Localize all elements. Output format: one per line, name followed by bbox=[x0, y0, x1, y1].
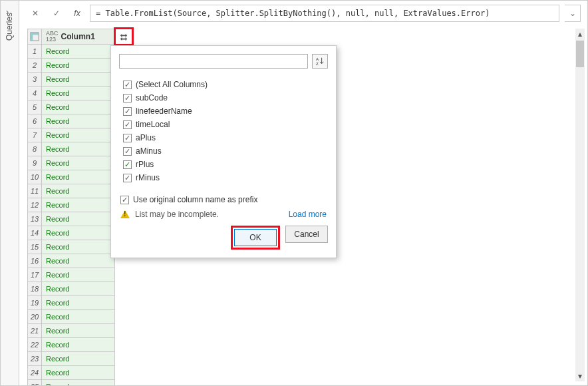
cell-value[interactable]: Record bbox=[42, 366, 115, 380]
cell-value[interactable]: Record bbox=[42, 282, 115, 296]
column-checkbox-row[interactable]: timeLocal bbox=[123, 118, 324, 131]
table-corner-icon[interactable] bbox=[27, 29, 42, 45]
cell-value[interactable]: Record bbox=[42, 59, 115, 73]
column-checkbox[interactable] bbox=[123, 147, 132, 156]
cell-value[interactable]: Record bbox=[42, 100, 115, 114]
cell-value[interactable]: Record bbox=[42, 156, 115, 170]
load-more-link[interactable]: Load more bbox=[289, 210, 327, 219]
cell-value[interactable]: Record bbox=[42, 296, 115, 310]
row-number[interactable]: 9 bbox=[27, 156, 42, 170]
scroll-thumb[interactable] bbox=[576, 41, 584, 67]
table-row[interactable]: 19Record bbox=[27, 296, 574, 310]
search-columns-input[interactable] bbox=[119, 54, 308, 69]
fx-label[interactable]: fx bbox=[70, 5, 84, 22]
row-number[interactable]: 2 bbox=[27, 59, 42, 73]
column-checkbox-row[interactable]: (Select All Columns) bbox=[123, 78, 324, 91]
row-number[interactable]: 25 bbox=[27, 380, 42, 386]
cell-value[interactable]: Record bbox=[42, 128, 115, 142]
row-number[interactable]: 8 bbox=[27, 142, 42, 156]
column-checkbox[interactable] bbox=[123, 120, 132, 129]
column-checkbox-row[interactable]: aMinus bbox=[123, 144, 324, 158]
row-number[interactable]: 21 bbox=[27, 324, 42, 338]
svg-text:Z: Z bbox=[316, 61, 319, 66]
column-checkbox-row[interactable]: rMinus bbox=[123, 171, 324, 184]
row-number[interactable]: 12 bbox=[27, 198, 42, 212]
row-number[interactable]: 4 bbox=[27, 87, 42, 100]
column-checkbox-label: subCode bbox=[136, 93, 168, 102]
row-number[interactable]: 23 bbox=[27, 352, 42, 366]
table-row[interactable]: 23Record bbox=[27, 352, 574, 366]
cancel-button[interactable]: Cancel bbox=[285, 226, 328, 243]
row-number[interactable]: 15 bbox=[27, 240, 42, 254]
cell-value[interactable]: Record bbox=[42, 268, 115, 282]
cell-value[interactable]: Record bbox=[42, 184, 115, 198]
column-checkbox[interactable] bbox=[123, 107, 132, 116]
cell-value[interactable]: Record bbox=[42, 324, 115, 338]
row-number[interactable]: 3 bbox=[27, 73, 42, 87]
commit-formula-icon[interactable]: ✓ bbox=[49, 5, 65, 22]
row-number[interactable]: 14 bbox=[27, 226, 42, 240]
formula-input[interactable]: = Table.FromList(Source, Splitter.SplitB… bbox=[90, 5, 559, 22]
table-row[interactable]: 17Record bbox=[27, 268, 574, 282]
row-number[interactable]: 17 bbox=[27, 268, 42, 282]
column-checkbox-row[interactable]: aPlus bbox=[123, 131, 324, 144]
queries-panel-collapsed[interactable]: › Queries bbox=[1, 1, 19, 385]
column-checkbox[interactable] bbox=[123, 81, 132, 89]
column-checkbox[interactable] bbox=[123, 134, 132, 142]
row-number[interactable]: 1 bbox=[27, 45, 42, 59]
cell-value[interactable]: Record bbox=[42, 73, 115, 87]
svg-rect-2 bbox=[31, 33, 33, 41]
ok-button[interactable]: OK bbox=[234, 229, 277, 246]
use-prefix-checkbox[interactable] bbox=[120, 196, 129, 204]
row-number[interactable]: 11 bbox=[27, 184, 42, 198]
cell-value[interactable]: Record bbox=[42, 114, 115, 128]
warning-icon bbox=[120, 210, 130, 218]
column-checkbox[interactable] bbox=[123, 94, 132, 102]
cell-value[interactable]: Record bbox=[42, 338, 115, 352]
cell-value[interactable]: Record bbox=[42, 352, 115, 366]
sort-az-button[interactable]: AZ bbox=[312, 54, 328, 69]
cancel-formula-icon[interactable]: ✕ bbox=[27, 5, 43, 22]
row-number[interactable]: 6 bbox=[27, 114, 42, 128]
row-number[interactable]: 20 bbox=[27, 310, 42, 324]
column-checkbox-row[interactable]: rPlus bbox=[123, 158, 324, 171]
cell-value[interactable]: Record bbox=[42, 240, 115, 254]
column-header-column1[interactable]: ABC 123 Column1 bbox=[42, 29, 115, 45]
scroll-down-icon[interactable]: ▾ bbox=[575, 371, 585, 381]
cell-value[interactable]: Record bbox=[42, 226, 115, 240]
row-number[interactable]: 18 bbox=[27, 282, 42, 296]
row-number[interactable]: 7 bbox=[27, 128, 42, 142]
row-number[interactable]: 16 bbox=[27, 254, 42, 268]
cell-value[interactable]: Record bbox=[42, 170, 115, 184]
column-checkbox[interactable] bbox=[123, 174, 132, 182]
row-number[interactable]: 24 bbox=[27, 366, 42, 380]
row-number[interactable]: 22 bbox=[27, 338, 42, 352]
column-checkbox[interactable] bbox=[123, 160, 132, 169]
cell-value[interactable]: Record bbox=[42, 198, 115, 212]
ok-button-highlight: OK bbox=[231, 226, 280, 250]
table-row[interactable]: 22Record bbox=[27, 338, 574, 352]
table-row[interactable]: 24Record bbox=[27, 366, 574, 380]
table-row[interactable]: 18Record bbox=[27, 282, 574, 296]
column-checkbox-row[interactable]: subCode bbox=[123, 91, 324, 104]
cell-value[interactable]: Record bbox=[42, 87, 115, 100]
cell-value[interactable]: Record bbox=[42, 212, 115, 226]
expand-column-button[interactable] bbox=[115, 29, 132, 45]
cell-value[interactable]: Record bbox=[42, 310, 115, 324]
formula-dropdown-icon[interactable]: ⌄ bbox=[565, 5, 581, 22]
scroll-up-icon[interactable]: ▴ bbox=[575, 29, 585, 39]
row-number[interactable]: 5 bbox=[27, 100, 42, 114]
row-number[interactable]: 13 bbox=[27, 212, 42, 226]
cell-value[interactable]: Record bbox=[42, 142, 115, 156]
cell-value[interactable]: Record bbox=[42, 380, 115, 386]
svg-text:A: A bbox=[316, 57, 319, 61]
cell-value[interactable]: Record bbox=[42, 254, 115, 268]
row-number[interactable]: 10 bbox=[27, 170, 42, 184]
table-row[interactable]: 25Record bbox=[27, 380, 574, 386]
table-row[interactable]: 20Record bbox=[27, 310, 574, 324]
cell-value[interactable]: Record bbox=[42, 45, 115, 59]
row-number[interactable]: 19 bbox=[27, 296, 42, 310]
vertical-scrollbar[interactable]: ▴ ▾ bbox=[575, 29, 585, 381]
table-row[interactable]: 21Record bbox=[27, 324, 574, 338]
column-checkbox-row[interactable]: linefeederName bbox=[123, 104, 324, 118]
